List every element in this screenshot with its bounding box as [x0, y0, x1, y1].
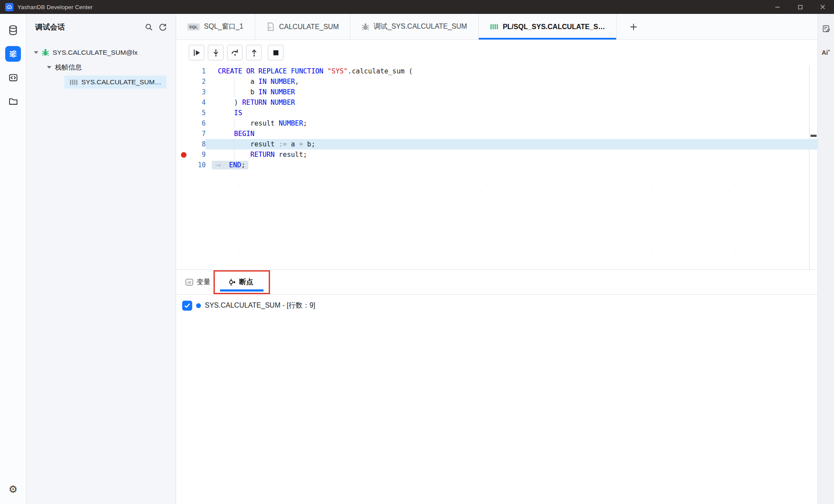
step-into-button[interactable]: [208, 45, 224, 60]
breakpoint-checkbox[interactable]: [182, 301, 192, 311]
code-text: b IN NUMBER: [218, 87, 295, 97]
breakpoint-label: SYS.CALCULATE_SUM - [行数：9]: [205, 301, 315, 310]
continue-button[interactable]: [189, 45, 204, 60]
minimize-button[interactable]: [766, 0, 789, 14]
app-window: YashanDB Developer Center ⚙ 调试会话: [0, 0, 834, 504]
fx-icon: fx: [267, 22, 275, 31]
code-line: 1CREATE OR REPLACE FUNCTION "SYS".calcul…: [176, 66, 817, 76]
line-number: 2: [191, 76, 206, 87]
code-line: 7 BEGIN: [176, 129, 817, 139]
code-text: CREATE OR REPLACE FUNCTION "SYS".calcula…: [218, 66, 413, 76]
line-number: 3: [191, 87, 206, 97]
breakpoint-status-dot: [196, 303, 201, 308]
tab-breakpoints[interactable]: 断点: [228, 270, 253, 294]
caret-down-icon[interactable]: [47, 66, 51, 69]
main-area: SQLSQL_窗口_1fxCALCULATE_SUM调试_SYS.CALCULA…: [176, 14, 817, 504]
frames-green-icon: [490, 23, 498, 30]
line-number: 10: [191, 160, 206, 170]
line-number: 9: [191, 149, 206, 160]
breakpoint-margin[interactable]: [176, 160, 191, 170]
step-over-button[interactable]: [227, 45, 243, 60]
line-number: 5: [191, 108, 206, 118]
maximize-button[interactable]: [789, 0, 811, 14]
ai-assistant-icon[interactable]: Ai+: [822, 49, 830, 56]
debug-sessions-icon[interactable]: [5, 46, 21, 62]
search-icon[interactable]: [145, 23, 153, 31]
code-text: IS: [218, 108, 242, 118]
code-line: 8 result := a + b;: [176, 139, 817, 149]
tab-label: SQL_窗口_1: [204, 22, 244, 31]
code-text: result NUMBER;: [218, 118, 307, 129]
breakpoint-margin[interactable]: [176, 139, 191, 149]
editor-tab[interactable]: SQLSQL_窗口_1: [176, 14, 255, 40]
tree-item-label: SYS.CALCULATE_SUM@lx: [53, 49, 137, 56]
line-number: 4: [191, 97, 206, 108]
code-text: a IN NUMBER,: [218, 76, 299, 87]
line-number: 8: [191, 139, 206, 149]
breakpoint-icon: [228, 278, 236, 286]
tab-variables[interactable]: (x)变量: [186, 270, 210, 294]
breakpoint-margin[interactable]: [176, 97, 191, 108]
close-button[interactable]: [811, 0, 834, 14]
stop-button[interactable]: [268, 45, 284, 60]
svg-text:fx: fx: [269, 26, 272, 30]
editor-tab[interactable]: PL/SQL_SYS.CALCULATE_S…: [479, 14, 617, 40]
breakpoint-margin[interactable]: [176, 66, 191, 76]
editor-tab-bar: SQLSQL_窗口_1fxCALCULATE_SUM调试_SYS.CALCULA…: [176, 14, 817, 40]
breakpoint-margin[interactable]: [176, 87, 191, 97]
tab-label: CALCULATE_SUM: [279, 23, 339, 31]
breakpoint-list: SYS.CALCULATE_SUM - [行数：9]: [176, 295, 817, 504]
tree-item[interactable]: SYS.CALCULATE_SUM@lx: [27, 45, 176, 60]
line-number: 1: [191, 66, 206, 76]
line-number: 7: [191, 129, 206, 139]
refresh-icon[interactable]: [159, 23, 167, 31]
breakpoint-list-item[interactable]: SYS.CALCULATE_SUM - [行数：9]: [182, 301, 817, 311]
breakpoint-margin[interactable]: [176, 108, 191, 118]
code-line: 5 IS: [176, 108, 817, 118]
line-number: 6: [191, 118, 206, 129]
code-text: ) RETURN NUMBER: [218, 97, 295, 108]
window-title: YashanDB Developer Center: [17, 4, 93, 10]
breakpoint-margin[interactable]: [176, 149, 191, 160]
breakpoint-margin[interactable]: [176, 76, 191, 87]
caret-down-icon[interactable]: [34, 51, 38, 54]
bug-gray-icon: [362, 23, 369, 31]
editor-tab[interactable]: fxCALCULATE_SUM: [255, 14, 351, 40]
sql-badge-icon: SQL: [187, 23, 200, 30]
bottom-tab-label: 断点: [239, 278, 253, 287]
left-activity-bar: ⚙: [0, 14, 27, 504]
editor-tab[interactable]: 调试_SYS.CALCULATE_SUM: [350, 14, 479, 40]
code-icon[interactable]: [5, 70, 21, 85]
breakpoint-margin[interactable]: [176, 129, 191, 139]
title-bar: YashanDB Developer Center: [0, 0, 834, 14]
breakpoint-margin[interactable]: [176, 118, 191, 129]
new-tab-button[interactable]: [617, 14, 651, 40]
step-out-button[interactable]: [246, 45, 262, 60]
code-line: 4 ) RETURN NUMBER: [176, 97, 817, 108]
indent-guide: [234, 139, 234, 149]
tab-label: 调试_SYS.CALCULATE_SUM: [374, 22, 467, 31]
indent-guide: [234, 118, 234, 129]
settings-gear-icon[interactable]: ⚙: [5, 481, 21, 497]
tree-item[interactable]: SYS.CALCULATE_SUM…: [27, 75, 176, 90]
indent-guide: [234, 76, 234, 87]
panel-header: 调试会话: [27, 14, 176, 40]
database-icon[interactable]: [5, 23, 21, 38]
debug-session-tree: SYS.CALCULATE_SUM@lx栈帧信息SYS.CALCULATE_SU…: [27, 40, 176, 90]
bottom-panel-tabs: (x)变量断点: [176, 269, 817, 295]
code-text: RETURN result;: [218, 149, 307, 160]
panel-title: 调试会话: [35, 22, 65, 32]
code-line: 10→ END;: [176, 160, 817, 170]
tree-item[interactable]: 栈帧信息: [27, 60, 176, 75]
breakpoint-dot[interactable]: [181, 152, 187, 158]
tree-item-selected[interactable]: SYS.CALCULATE_SUM…: [64, 76, 167, 89]
indent-guide: [234, 149, 234, 160]
code-line: 6 result NUMBER;: [176, 118, 817, 129]
code-editor[interactable]: 1CREATE OR REPLACE FUNCTION "SYS".calcul…: [176, 65, 817, 269]
indent-guide: [234, 87, 234, 97]
frames-gray-icon: [70, 79, 78, 86]
folder-icon[interactable]: [5, 93, 21, 109]
window-controls: [766, 0, 834, 14]
notes-edit-icon[interactable]: [822, 24, 831, 35]
execution-arrow-icon: →: [215, 161, 221, 169]
